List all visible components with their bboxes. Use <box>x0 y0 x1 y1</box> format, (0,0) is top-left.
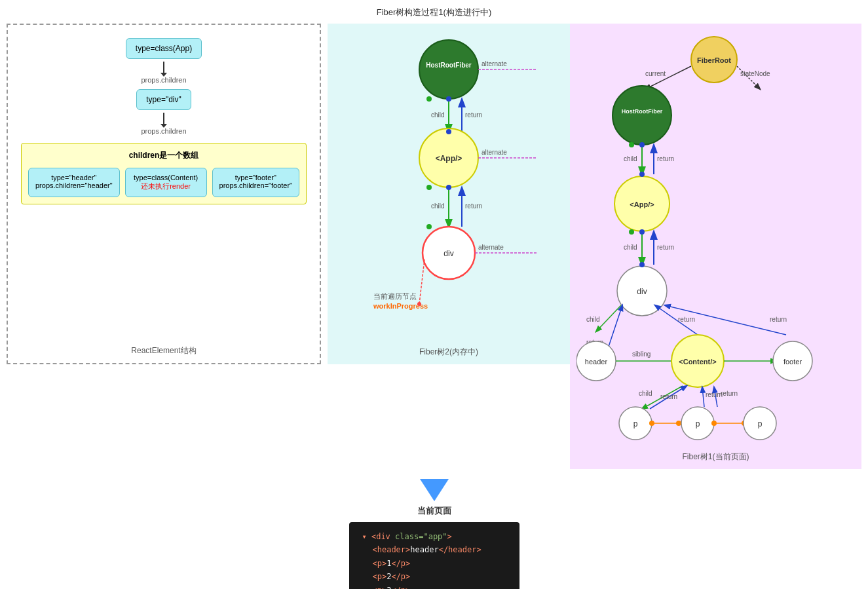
svg-point-27 <box>426 96 432 102</box>
svg-point-88 <box>629 229 634 235</box>
svg-text:alternate: alternate <box>481 60 507 67</box>
child-footer: type="footer" props.children="footer" <box>212 168 299 197</box>
svg-text:footer: footer <box>783 358 802 366</box>
svg-text:current: current <box>645 70 666 77</box>
svg-text:<App/>: <App/> <box>436 154 462 163</box>
fiber2-svg: HostRootFiber child return <App/> child … <box>334 30 563 351</box>
svg-text:sibling: sibling <box>632 351 651 358</box>
arrow-down-blue <box>420 479 449 501</box>
svg-text:return: return <box>465 111 482 119</box>
svg-text:child: child <box>586 316 600 323</box>
svg-point-0 <box>419 40 478 99</box>
svg-point-80 <box>711 421 717 426</box>
svg-text:p: p <box>758 419 763 428</box>
yellow-children-row: type="header" props.children="header" ty… <box>28 168 299 197</box>
svg-line-78 <box>702 387 704 407</box>
svg-text:child: child <box>431 111 445 119</box>
re-node-div: type="div" <box>136 89 191 110</box>
svg-point-90 <box>639 172 645 177</box>
main-title: Fiber树构造过程1(构造进行中) <box>0 0 868 24</box>
re-arrow2-label: props.children <box>141 127 186 135</box>
svg-text:stateNode: stateNode <box>740 70 770 77</box>
svg-text:<Content/>: <Content/> <box>679 358 716 366</box>
svg-point-36 <box>613 86 671 145</box>
svg-text:return: return <box>721 390 738 397</box>
svg-text:return: return <box>770 316 787 323</box>
code-block: ▾ <div class="app"> <header>header</head… <box>349 522 519 589</box>
fiber2-panel: HostRootFiber child return <App/> child … <box>328 24 570 364</box>
svg-point-89 <box>639 142 645 147</box>
child-content: type=class(Content) 还未执行render <box>125 168 207 197</box>
svg-point-73 <box>649 421 654 426</box>
svg-point-25 <box>446 129 451 134</box>
svg-point-28 <box>426 185 432 190</box>
svg-point-17 <box>417 302 421 306</box>
svg-text:return: return <box>678 316 695 323</box>
child-header: type="header" props.children="header" <box>28 168 120 197</box>
svg-text:return: return <box>660 393 677 400</box>
svg-text:child: child <box>624 244 637 251</box>
svg-text:child: child <box>624 155 637 162</box>
svg-text:child: child <box>639 390 652 397</box>
current-page-label: 当前页面 <box>417 505 451 517</box>
svg-point-26 <box>446 185 451 190</box>
svg-line-16 <box>419 259 425 304</box>
svg-text:div: div <box>443 249 453 258</box>
re-node-app: type=class(App) <box>126 38 202 59</box>
svg-text:<App/>: <App/> <box>630 200 654 208</box>
bottom-area: 当前页面 ▾ <div class="app"> <header>header<… <box>0 479 868 589</box>
svg-text:alternate: alternate <box>481 149 507 156</box>
svg-text:return: return <box>657 155 674 162</box>
svg-text:return: return <box>657 244 674 251</box>
fiber1-svg: FiberRoot current stateNode HostRootFibe… <box>576 30 832 463</box>
svg-line-50 <box>596 305 621 332</box>
re-arrow1-label: props.children <box>141 76 186 84</box>
yellow-box-title: children是一个数组 <box>28 150 299 161</box>
svg-text:FiberRoot: FiberRoot <box>697 56 731 64</box>
svg-text:p: p <box>696 419 700 428</box>
svg-text:alternate: alternate <box>478 244 504 251</box>
svg-text:HostRootFiber: HostRootFiber <box>622 108 663 115</box>
svg-text:header: header <box>585 358 608 366</box>
svg-point-75 <box>676 421 681 426</box>
react-element-label: ReactElement结构 <box>131 345 196 356</box>
svg-text:child: child <box>431 202 445 210</box>
svg-text:HostRootFiber: HostRootFiber <box>426 62 472 69</box>
svg-text:div: div <box>637 287 647 296</box>
svg-point-29 <box>426 224 432 229</box>
fiber1-label: Fiber树1(当前页面) <box>682 451 749 463</box>
react-element-panel: type=class(App) props.children type="div… <box>7 24 321 364</box>
yellow-children-box: children是一个数组 type="header" props.childr… <box>21 143 307 204</box>
svg-text:当前遍历节点: 当前遍历节点 <box>373 292 417 300</box>
svg-text:return: return <box>465 202 482 210</box>
svg-point-91 <box>639 229 645 235</box>
svg-point-92 <box>639 262 645 267</box>
fiber1-panel: FiberRoot current stateNode HostRootFibe… <box>570 24 861 469</box>
svg-point-24 <box>446 96 451 102</box>
svg-point-87 <box>629 142 634 147</box>
fiber2-label: Fiber树2(内存中) <box>419 347 478 358</box>
svg-text:p: p <box>633 419 638 428</box>
